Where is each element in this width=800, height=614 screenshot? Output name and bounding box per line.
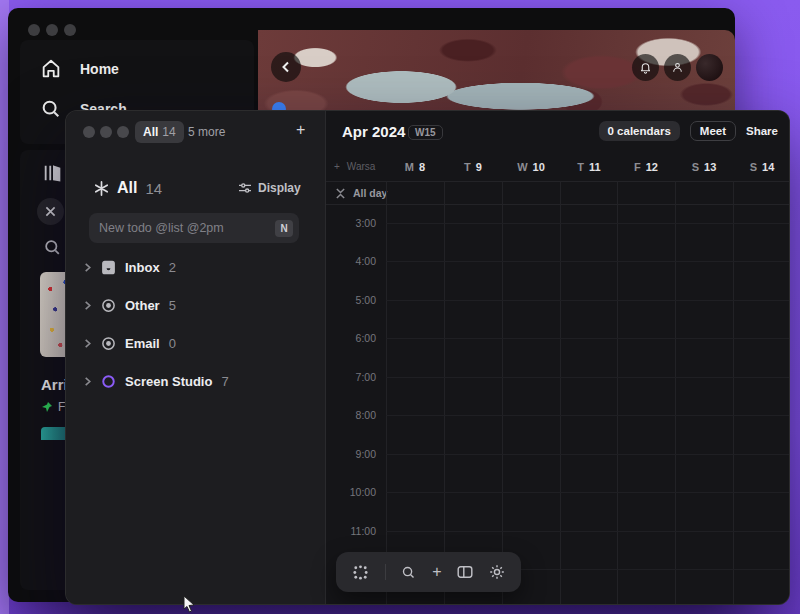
- day-letter: W: [517, 161, 527, 173]
- tab-all-label: All: [143, 125, 158, 139]
- sliders-icon: [238, 182, 252, 194]
- minimize-traffic-light[interactable]: [46, 24, 58, 36]
- tab-more[interactable]: 5 more: [188, 125, 225, 139]
- plus-icon[interactable]: +: [432, 563, 441, 581]
- meet-button[interactable]: Meet: [690, 121, 736, 141]
- timezone-label: Warsa: [347, 161, 376, 172]
- hour-line: [386, 492, 790, 493]
- all-day-row[interactable]: All day: [326, 181, 790, 205]
- collapse-icon[interactable]: [335, 188, 346, 199]
- day-number: 12: [646, 161, 658, 173]
- share-button[interactable]: Share: [746, 125, 778, 137]
- grid-dots-icon[interactable]: [352, 564, 369, 581]
- calendar-toolbar: +: [336, 552, 521, 592]
- todo-panel: All 14 5 more + All 14 Display New todo …: [66, 111, 326, 604]
- day-header-wed[interactable]: W10: [502, 161, 560, 173]
- hour-line: [386, 454, 790, 455]
- day-number: 9: [476, 161, 482, 173]
- hour-line: [386, 223, 790, 224]
- friends-icon: [671, 61, 684, 74]
- list-item-label: Inbox: [125, 260, 160, 275]
- target-icon: [101, 336, 116, 351]
- grid-line: [733, 181, 734, 604]
- list-item-other[interactable]: Other 5: [76, 288, 316, 322]
- list-title: All: [117, 179, 137, 197]
- add-tab-button[interactable]: +: [296, 121, 305, 139]
- calendar-actions: 0 calendars Meet Share: [599, 121, 778, 141]
- day-letter: T: [577, 161, 584, 173]
- list-item-email[interactable]: Email 0: [76, 326, 316, 360]
- time-label: 5:00: [326, 294, 376, 306]
- notifications-button[interactable]: [632, 54, 659, 81]
- grid-line: [617, 181, 618, 604]
- list-item-inbox[interactable]: Inbox 2: [76, 250, 316, 284]
- back-button[interactable]: [271, 52, 301, 82]
- bell-icon: [639, 61, 652, 74]
- list-item-count: 0: [169, 336, 176, 351]
- time-label: 7:00: [326, 371, 376, 383]
- minimize-traffic-light[interactable]: [100, 126, 112, 138]
- day-number: 14: [762, 161, 774, 173]
- new-todo-placeholder: New todo @list @2pm: [99, 221, 275, 235]
- split-view-icon[interactable]: [457, 565, 473, 579]
- nav-home[interactable]: Home: [40, 58, 119, 80]
- grid-line: [386, 181, 387, 604]
- library-search-icon[interactable]: [43, 238, 62, 257]
- time-label: 11:00: [326, 525, 376, 537]
- tab-all[interactable]: All 14: [135, 121, 184, 143]
- all-day-label: All day: [353, 187, 387, 199]
- ring-icon: [101, 374, 116, 389]
- close-filter-button[interactable]: [37, 198, 64, 225]
- search-icon[interactable]: [401, 565, 416, 580]
- day-letter: S: [750, 161, 757, 173]
- day-number: 10: [533, 161, 545, 173]
- friends-activity-button[interactable]: [664, 54, 691, 81]
- zoom-traffic-light[interactable]: [64, 24, 76, 36]
- timezone-cell[interactable]: + Warsa: [334, 161, 382, 172]
- close-icon: [45, 206, 56, 217]
- time-label: 9:00: [326, 448, 376, 460]
- library-icon[interactable]: [42, 162, 64, 184]
- time-label: 10:00: [326, 486, 376, 498]
- settings-icon[interactable]: [489, 564, 505, 580]
- home-icon: [40, 58, 62, 80]
- list-item-count: 2: [169, 260, 176, 275]
- list-item-count: 5: [169, 298, 176, 313]
- avatar[interactable]: [696, 54, 723, 81]
- nav-home-label: Home: [80, 61, 119, 77]
- chevron-right-icon: [83, 301, 92, 310]
- close-traffic-light[interactable]: [83, 126, 95, 138]
- grid-line: [560, 181, 561, 604]
- calendar-title: Apr 2024: [342, 123, 405, 140]
- day-header-mon[interactable]: M8: [386, 161, 444, 173]
- list-item-screen-studio[interactable]: Screen Studio 7: [76, 364, 316, 398]
- list-item-label: Other: [125, 298, 160, 313]
- desktop: Home Search Arriv Flu: [0, 0, 800, 614]
- chevron-right-icon: [83, 339, 92, 348]
- list-heading: All 14: [94, 179, 162, 197]
- add-timezone-button[interactable]: +: [334, 161, 340, 172]
- target-icon: [101, 298, 116, 313]
- display-button-label: Display: [258, 181, 301, 195]
- hour-line: [386, 377, 790, 378]
- grid-line: [444, 181, 445, 604]
- list-item-label: Email: [125, 336, 160, 351]
- day-letter: T: [464, 161, 471, 173]
- day-header-fri[interactable]: F12: [617, 161, 675, 173]
- day-header-sat[interactable]: S13: [675, 161, 733, 173]
- day-header-thu[interactable]: T11: [560, 161, 618, 173]
- chevron-left-icon: [280, 61, 292, 73]
- time-label: 6:00: [326, 332, 376, 344]
- new-todo-input[interactable]: New todo @list @2pm N: [89, 213, 299, 243]
- day-header-tue[interactable]: T9: [444, 161, 502, 173]
- list-count: 14: [145, 180, 162, 197]
- day-header-sun[interactable]: S14: [733, 161, 790, 173]
- grid-line: [502, 181, 503, 604]
- day-number: 8: [419, 161, 425, 173]
- display-button[interactable]: Display: [238, 181, 301, 195]
- zoom-traffic-light[interactable]: [117, 126, 129, 138]
- time-label: 4:00: [326, 255, 376, 267]
- calendars-button[interactable]: 0 calendars: [599, 121, 680, 141]
- close-traffic-light[interactable]: [28, 24, 40, 36]
- toolbar-divider: [385, 564, 386, 580]
